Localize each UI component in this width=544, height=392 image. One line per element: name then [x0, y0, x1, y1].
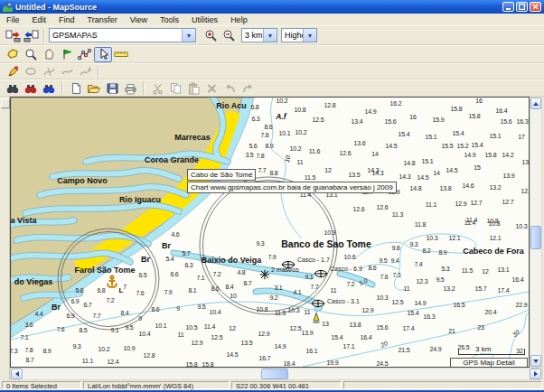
depth-sounding: 14.3 [372, 170, 384, 176]
depth-sounding: 9 [176, 305, 180, 312]
depth-sounding: 14.9 [464, 152, 476, 158]
depth-sounding: 15.4 [408, 310, 419, 316]
track-filter-tool-icon[interactable] [58, 64, 76, 79]
title-bar[interactable]: Untitled - MapSource [0, 0, 544, 14]
toolbar-tools [0, 45, 544, 63]
depth-sounding: 10.4 [139, 331, 151, 337]
delete-icon[interactable] [202, 80, 220, 96]
menu-item-help[interactable]: Help [224, 15, 254, 24]
depth-sounding: 11 [305, 309, 311, 315]
scroll-up-icon[interactable] [530, 98, 541, 109]
depth-sounding: 9.5 [197, 303, 205, 310]
menu-item-edit[interactable]: Edit [26, 15, 53, 24]
depth-sounding: 15.1 [426, 134, 437, 140]
depth-sounding: 7.8 [260, 132, 268, 138]
zoom-in-icon[interactable] [202, 28, 220, 43]
chevron-down-icon[interactable]: ▼ [182, 29, 195, 42]
copy-icon[interactable] [166, 80, 184, 96]
selection-tool-icon[interactable] [94, 47, 112, 62]
paste-icon[interactable] [184, 80, 202, 96]
menu-item-view[interactable]: View [124, 15, 154, 24]
waypoint-tool-icon[interactable] [58, 47, 76, 62]
track-join-tool-icon[interactable] [76, 64, 94, 79]
menu-item-transfer[interactable]: Transfer [81, 15, 124, 24]
find-icon[interactable] [4, 80, 22, 96]
menu-item-tools[interactable]: Tools [154, 15, 185, 24]
minimize-icon[interactable] [502, 2, 514, 12]
map-place-label: Farol São Tome [75, 266, 136, 275]
horizontal-scroll-thumb[interactable] [261, 369, 288, 379]
redo-icon[interactable] [239, 80, 257, 96]
depth-sounding: 8.7 [243, 280, 251, 286]
depth-sounding: 7 [123, 284, 127, 290]
depth-sounding: 14.9 [365, 108, 377, 115]
map-detail-select[interactable]: Highest ▼ [281, 28, 317, 42]
map-canvas[interactable]: Rio AcuMarrecasCoroa GrandeCampo NovoRio… [11, 98, 529, 367]
new-icon[interactable] [67, 80, 85, 96]
chevron-down-icon[interactable]: ▼ [303, 29, 316, 42]
depth-sounding: 11.4 [464, 219, 475, 226]
depth-sounding: 8.4 [120, 310, 128, 316]
depth-sounding: 6.6 [170, 271, 178, 277]
depth-sounding: 8.6 [368, 265, 376, 271]
depth-sounding: 5.3 [441, 266, 449, 272]
send-to-device-icon[interactable] [4, 28, 22, 43]
hand-tool-icon[interactable] [40, 47, 58, 62]
wreck-label: Casco - 6.9 [330, 266, 362, 272]
window-title: Untitled - MapSource [15, 3, 501, 12]
recently-found-icon[interactable] [40, 80, 58, 96]
depth-sounding: 16.2 [390, 100, 402, 107]
depth-sounding: 11.1 [426, 201, 436, 208]
zoom-tool-icon[interactable] [22, 47, 40, 62]
zoom-out-icon[interactable] [220, 28, 238, 43]
product-select[interactable]: GPSMAPAS ▼ [49, 28, 196, 42]
undo-icon[interactable] [220, 80, 239, 96]
track-draw-tool-icon[interactable] [4, 64, 22, 79]
depth-sounding: 10.9 [324, 229, 336, 236]
measure-tool-icon[interactable] [112, 47, 130, 62]
save-icon[interactable] [103, 80, 121, 96]
find-nearest-icon[interactable] [22, 80, 40, 96]
maximize-icon[interactable] [516, 2, 528, 12]
open-icon[interactable] [85, 80, 103, 96]
close-icon[interactable] [530, 2, 541, 12]
map-select-tool-icon[interactable] [4, 47, 22, 62]
depth-sounding: 8.7 [25, 357, 33, 363]
depth-sounding: 11 [297, 159, 304, 165]
vertical-scroll-thumb[interactable] [530, 226, 541, 249]
map-scale-select[interactable]: 3 km ▼ [241, 28, 277, 42]
chevron-down-icon[interactable]: ▼ [263, 29, 277, 42]
depth-sounding: 21.5 [399, 347, 410, 353]
wreck-masts-icon [260, 270, 270, 280]
depth-sounding: 10.6 [344, 254, 356, 260]
menu-item-file[interactable]: File [0, 15, 26, 24]
scroll-down-icon[interactable] [530, 355, 541, 367]
map-place-label: Campo Novo [57, 176, 108, 185]
route-tool-icon[interactable] [76, 47, 94, 62]
menu-item-find[interactable]: Find [52, 15, 81, 24]
depth-sounding: 16.7 [259, 355, 271, 361]
depth-sounding: 13.5 [241, 340, 253, 346]
depth-sounding: 9.5 [125, 324, 133, 331]
depth-sounding: 12.5 [313, 117, 324, 123]
depth-sounding: 8.4 [225, 284, 233, 290]
depth-sounding: 7.3 [11, 348, 18, 354]
depth-sounding: 5.4 [165, 256, 174, 262]
menu-item-utilities[interactable]: Utilities [185, 15, 224, 24]
cut-icon[interactable] [148, 80, 166, 96]
depth-sounding: 13.9 [302, 330, 314, 336]
receive-from-device-icon[interactable] [22, 28, 40, 43]
panel-expand-button[interactable] [1, 98, 10, 108]
track-split-tool-icon[interactable] [40, 64, 58, 79]
depth-sounding: 22.9 [516, 302, 528, 308]
track-erase-tool-icon[interactable] [22, 64, 40, 79]
scroll-left-icon[interactable] [11, 369, 23, 379]
depth-sounding: 15.5 [442, 143, 454, 149]
scroll-right-icon[interactable] [530, 369, 541, 379]
horizontal-scrollbar[interactable] [10, 368, 542, 380]
map-place-label: do Viegas [14, 277, 52, 286]
print-icon[interactable] [121, 80, 139, 96]
depth-sounding: 11.5 [462, 267, 473, 274]
depth-sounding: 13.2 [444, 285, 455, 292]
vertical-scrollbar[interactable] [530, 97, 542, 368]
